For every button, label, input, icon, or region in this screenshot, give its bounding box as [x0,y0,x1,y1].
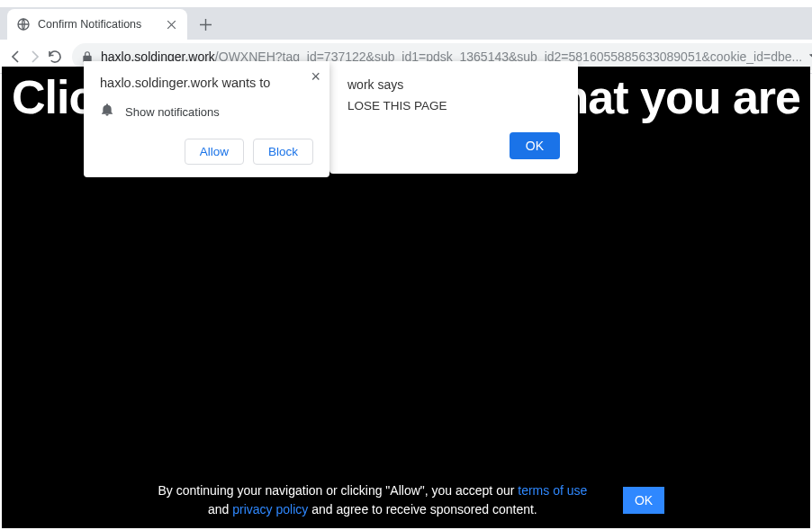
forward-button[interactable] [27,43,43,70]
permission-block-button[interactable]: Block [253,139,313,165]
alert-title: work says [347,77,560,92]
cookie-post: and agree to receive sponsored content. [308,502,537,517]
cookie-text: By continuing your navigation or clickin… [148,481,598,519]
tab-strip: Confirm Notifications [0,7,812,40]
cookie-ok-button[interactable]: OK [623,487,664,514]
bell-icon [100,103,114,121]
alert-ok-button[interactable]: OK [510,132,560,159]
cookie-and: and [208,502,232,517]
privacy-policy-link[interactable]: privacy policy [232,502,308,517]
permission-label: Show notifications [125,105,220,119]
cookie-banner: By continuing your navigation or clickin… [2,481,810,519]
back-button[interactable] [7,43,23,70]
browser-tab[interactable]: Confirm Notifications [7,9,187,40]
titlebar [0,0,812,7]
permission-title: haxlo.soldinger.work wants to [100,76,313,90]
notification-permission-prompt: × haxlo.soldinger.work wants to Show not… [84,61,329,177]
cookie-pre: By continuing your navigation or clickin… [158,483,518,498]
js-alert-dialog: work says LOSE THIS PAGE OK [329,61,578,174]
globe-icon [16,17,31,31]
permission-close-button[interactable]: × [311,68,320,85]
tab-title: Confirm Notifications [38,18,157,31]
terms-of-use-link[interactable]: terms of use [518,483,587,498]
permission-allow-button[interactable]: Allow [185,139,244,165]
new-tab-button[interactable] [193,12,218,37]
tab-close-button[interactable] [164,17,178,31]
reload-button[interactable] [47,43,63,70]
alert-body: LOSE THIS PAGE [347,99,560,112]
